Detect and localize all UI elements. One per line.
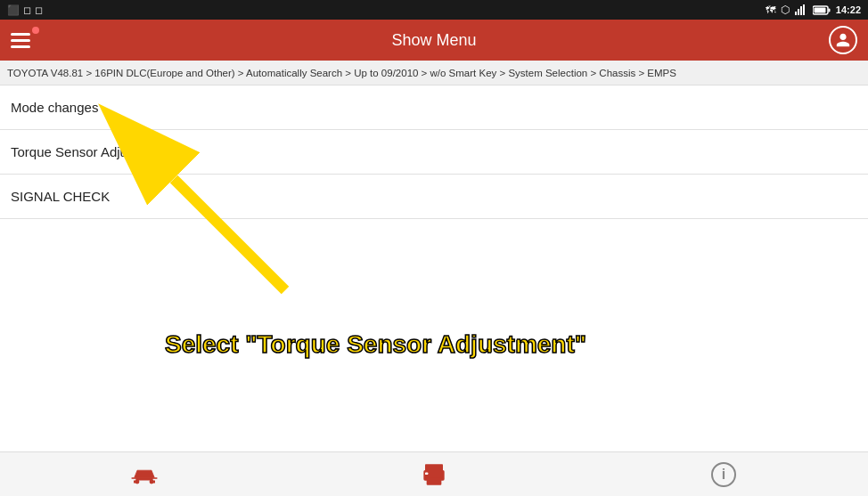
battery-icon (813, 5, 831, 15)
svg-rect-3 (803, 4, 805, 15)
status-icon-1: ⬛ (7, 4, 20, 16)
svg-rect-6 (814, 7, 825, 12)
svg-rect-0 (795, 12, 797, 15)
bluetooth-icon: ⬡ (781, 4, 790, 16)
svg-rect-1 (798, 9, 799, 15)
header-dot (32, 27, 39, 34)
status-bar-left: ⬛ ◻ ◻ (7, 4, 43, 16)
footer: i (0, 451, 868, 496)
breadcrumb: TOYOTA V48.81 > 16PIN DLC(Europe and Oth… (0, 61, 868, 85)
header-title: Show Menu (391, 31, 476, 50)
car-icon (130, 462, 159, 487)
map-icon: 🗺 (766, 4, 775, 15)
time-display: 14:22 (836, 4, 861, 15)
car-button[interactable] (125, 455, 164, 494)
status-icon-3: ◻ (35, 4, 43, 16)
wifi-icon (795, 4, 807, 15)
svg-text:Select "Torque Sensor Adjustme: Select "Torque Sensor Adjustment" (165, 330, 586, 358)
main-content: Mode changes Torque Sensor Adjustment SI… (0, 85, 868, 451)
status-icon-2: ◻ (23, 4, 31, 16)
printer-icon (421, 462, 447, 487)
menu-item-signal-check[interactable]: SIGNAL CHECK (0, 175, 868, 219)
breadcrumb-text: TOYOTA V48.81 > 16PIN DLC(Europe and Oth… (7, 68, 676, 78)
svg-point-10 (135, 479, 140, 484)
menu-item-mode-changes[interactable]: Mode changes (0, 85, 868, 130)
svg-text:i: i (721, 467, 725, 482)
svg-rect-15 (425, 472, 428, 475)
info-button[interactable]: i (704, 455, 743, 494)
svg-rect-14 (427, 477, 442, 484)
status-bar: ⬛ ◻ ◻ 🗺 ⬡ 14:22 (0, 0, 868, 20)
svg-point-11 (150, 479, 154, 484)
svg-rect-5 (828, 8, 830, 12)
header: Show Menu (0, 20, 868, 61)
menu-item-torque-sensor[interactable]: Torque Sensor Adjustment (0, 130, 868, 175)
print-button[interactable] (414, 455, 454, 494)
status-bar-right: 🗺 ⬡ 14:22 (766, 4, 861, 16)
svg-rect-2 (800, 6, 802, 15)
menu-button[interactable] (11, 33, 30, 48)
user-profile-button[interactable] (829, 26, 857, 54)
info-icon: i (711, 462, 736, 487)
